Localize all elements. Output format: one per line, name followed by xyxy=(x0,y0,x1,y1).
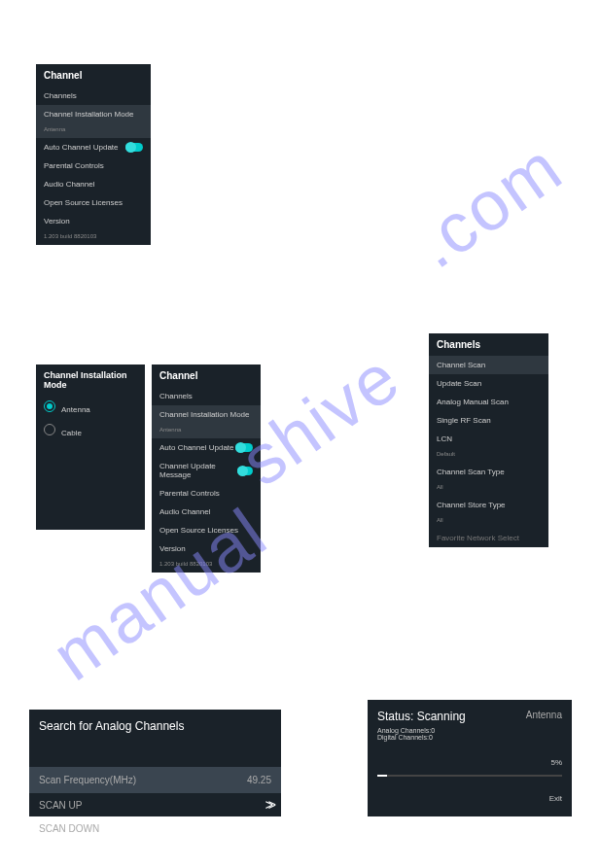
scan-type-item[interactable]: Channel Scan Type xyxy=(429,463,548,481)
version-item: Version xyxy=(36,212,151,230)
toggle-icon[interactable] xyxy=(237,467,253,475)
oss-item[interactable]: Open Source Licenses xyxy=(152,521,261,539)
install-mode-item[interactable]: Channel Installation Mode xyxy=(36,105,151,123)
auto-update-item[interactable]: Auto Channel Update xyxy=(36,138,151,156)
progress-pct: 5% xyxy=(377,758,562,767)
scan-down-item[interactable]: SCAN DOWN>> xyxy=(29,816,281,840)
channels-item[interactable]: Channels xyxy=(36,87,151,105)
auto-update-item[interactable]: Auto Channel Update xyxy=(152,438,261,457)
chevron-right-icon: >> xyxy=(265,820,271,836)
antenna-option[interactable]: Antenna xyxy=(36,396,145,419)
channel-panel-1: Channel Channels Channel Installation Mo… xyxy=(36,64,151,245)
scan-type-value: All xyxy=(429,481,548,496)
toggle-icon[interactable] xyxy=(125,143,143,152)
install-mode-item[interactable]: Channel Installation Mode xyxy=(152,405,261,424)
parental-item[interactable]: Parental Controls xyxy=(36,156,151,175)
status-panel: Status: ScanningAntenna Analog Channels:… xyxy=(368,700,572,816)
install-mode-panel: Channel Installation Mode Antenna Cable xyxy=(36,365,145,530)
scan-freq-item[interactable]: Scan Frequency(MHz)49.25 xyxy=(29,767,281,793)
analog-scan-item[interactable]: Analog Manual Scan xyxy=(429,393,548,411)
install-mode-value: Antenna xyxy=(152,424,261,438)
single-rf-item[interactable]: Single RF Scan xyxy=(429,411,548,430)
cable-option[interactable]: Cable xyxy=(36,419,145,442)
oss-item[interactable]: Open Source Licenses xyxy=(36,193,151,212)
panel-title: Search for Analog Channels xyxy=(29,710,281,743)
scan-up-item[interactable]: SCAN UP>> xyxy=(29,793,281,816)
radio-on-icon xyxy=(44,400,55,412)
version-value: 1.203 build 8820103 xyxy=(152,558,261,573)
panel-title: Channel Installation Mode xyxy=(36,365,145,396)
store-type-item[interactable]: Channel Store Type xyxy=(429,496,548,514)
update-scan-item[interactable]: Update Scan xyxy=(429,374,548,393)
toggle-icon[interactable] xyxy=(235,443,253,452)
analog-count: Analog Channels:0 xyxy=(377,727,562,734)
status-title: Status: ScanningAntenna xyxy=(377,710,562,723)
update-msg-item[interactable]: Channel Update Message xyxy=(152,457,261,484)
channels-item[interactable]: Channels xyxy=(152,387,261,405)
digital-count: Digital Channels:0 xyxy=(377,734,562,741)
progress-bar xyxy=(377,775,562,777)
panel-title: Channel xyxy=(36,64,151,87)
audio-item[interactable]: Audio Channel xyxy=(152,503,261,521)
store-type-value: All xyxy=(429,514,548,529)
analog-search-panel: Search for Analog Channels Scan Frequenc… xyxy=(29,710,281,816)
lcn-value: Default xyxy=(429,448,548,463)
channels-panel: Channels Channel Scan Update Scan Analog… xyxy=(429,333,548,547)
version-item: Version xyxy=(152,539,261,558)
audio-item[interactable]: Audio Channel xyxy=(36,175,151,193)
radio-off-icon xyxy=(44,424,55,435)
install-mode-value: Antenna xyxy=(36,123,151,138)
panel-title: Channels xyxy=(429,333,548,356)
parental-item[interactable]: Parental Controls xyxy=(152,484,261,503)
watermark: .com xyxy=(400,126,576,283)
channel-panel-2: Channel Channels Channel Installation Mo… xyxy=(152,365,261,573)
freq-value: 49.25 xyxy=(247,775,271,785)
exit-button[interactable]: Exit xyxy=(377,794,562,803)
channel-scan-item[interactable]: Channel Scan xyxy=(429,356,548,374)
version-value: 1.203 build 8820103 xyxy=(36,230,151,245)
panel-title: Channel xyxy=(152,365,261,387)
chevron-right-icon: >> xyxy=(265,797,271,813)
lcn-item[interactable]: LCN xyxy=(429,430,548,448)
network-select-item[interactable]: Favorite Network Select xyxy=(429,529,548,547)
